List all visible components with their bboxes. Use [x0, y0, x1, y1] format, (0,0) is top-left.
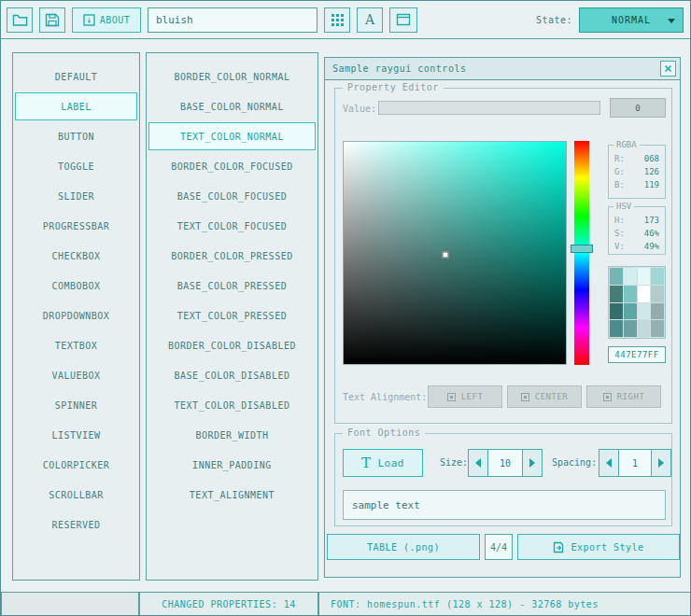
- list-item[interactable]: DEFAULT: [15, 63, 137, 91]
- list-item[interactable]: TEXT_COLOR_NORMAL: [148, 122, 316, 150]
- style-name-input[interactable]: [148, 7, 317, 33]
- arrow-left-icon: [606, 458, 612, 468]
- style-table-view-button[interactable]: [324, 7, 350, 33]
- list-item[interactable]: BORDER_COLOR_FOCUSED: [148, 152, 316, 180]
- list-item[interactable]: SPINNER: [15, 391, 137, 419]
- rgba-group-label: RGBA: [613, 140, 640, 149]
- palette-swatch[interactable]: [610, 286, 623, 302]
- list-item[interactable]: COLORPICKER: [15, 451, 137, 479]
- value-slider[interactable]: [378, 101, 600, 115]
- property-editor-group-label: Property Editor: [343, 82, 444, 92]
- sample-text-input[interactable]: sample text: [343, 490, 666, 520]
- list-item[interactable]: BORDER_COLOR_PRESSED: [148, 242, 316, 270]
- font-size-increase-button[interactable]: [522, 449, 543, 477]
- list-item[interactable]: SLIDER: [15, 182, 137, 210]
- palette-swatch[interactable]: [651, 286, 664, 302]
- list-item[interactable]: LISTVIEW: [15, 421, 137, 449]
- list-item[interactable]: CHECKBOX: [15, 242, 137, 270]
- page-indicator[interactable]: 4/4: [485, 534, 513, 560]
- close-button[interactable]: [660, 61, 676, 77]
- export-style-button[interactable]: Export Style: [517, 534, 680, 560]
- palette-swatch[interactable]: [610, 303, 623, 320]
- font-size-decrease-button[interactable]: [468, 449, 488, 477]
- grid-icon: [331, 13, 345, 27]
- font-options-group-label: Font Options: [343, 427, 425, 438]
- font-size-value[interactable]: 10: [488, 449, 522, 477]
- hex-value-box[interactable]: 447E77FF: [608, 346, 666, 363]
- properties-list: BORDER_COLOR_NORMALBASE_COLOR_NORMALTEXT…: [146, 52, 318, 581]
- color-palette: [608, 266, 666, 339]
- align-left-label: LEFT: [461, 392, 484, 401]
- list-item[interactable]: VALUEBOX: [15, 361, 137, 389]
- list-item[interactable]: TEXT_ALIGNMENT: [148, 481, 316, 509]
- info-icon: [83, 14, 95, 26]
- save-file-button[interactable]: [39, 7, 65, 33]
- list-item[interactable]: DROPDOWNBOX: [15, 301, 137, 329]
- list-item[interactable]: TEXT_COLOR_PRESSED: [148, 301, 316, 329]
- value-box[interactable]: 0: [610, 98, 666, 118]
- hue-slider-handle[interactable]: [571, 245, 593, 253]
- palette-swatch[interactable]: [610, 320, 623, 337]
- list-item[interactable]: TEXT_COLOR_DISABLED: [148, 391, 316, 419]
- hsv-group: HSV H:173 S:46% V:49%: [608, 206, 666, 255]
- list-item[interactable]: RESERVED: [15, 511, 137, 539]
- list-item[interactable]: COMBOBOX: [15, 272, 137, 300]
- letter-a-icon: A: [365, 12, 374, 27]
- align-left-button[interactable]: LEFT: [428, 385, 502, 408]
- list-item[interactable]: BORDER_COLOR_DISABLED: [148, 331, 316, 359]
- font-spacing-value[interactable]: 1: [619, 449, 651, 477]
- text-alignment-label: Text Alignment:: [343, 392, 427, 402]
- color-picker-cursor[interactable]: [443, 252, 449, 259]
- list-item[interactable]: INNER_PADDING: [148, 451, 316, 479]
- palette-swatch[interactable]: [651, 268, 664, 285]
- sample-window-title: Sample raygui controls: [332, 63, 466, 74]
- align-center-button[interactable]: CENTER: [507, 385, 582, 408]
- statusbar-font-info: FONT: homespun.ttf (128 x 128) - 32768 b…: [318, 592, 691, 616]
- hue-bar[interactable]: [574, 141, 589, 365]
- font-spacing-increase-button[interactable]: [651, 449, 671, 477]
- font-atlas-button[interactable]: A: [357, 7, 383, 33]
- list-item[interactable]: BUTTON: [15, 122, 137, 150]
- list-item[interactable]: LABEL: [15, 92, 137, 120]
- list-item[interactable]: BASE_COLOR_DISABLED: [148, 361, 316, 389]
- sample-window-toggle-button[interactable]: [389, 7, 417, 33]
- list-item[interactable]: TOGGLE: [15, 152, 137, 180]
- palette-swatch[interactable]: [624, 303, 637, 320]
- list-item[interactable]: BORDER_WIDTH: [148, 421, 316, 449]
- table-export-button[interactable]: TABLE (.png): [327, 534, 480, 560]
- palette-swatch[interactable]: [624, 268, 637, 285]
- list-item[interactable]: TEXTBOX: [15, 331, 137, 359]
- list-item[interactable]: PROGRESSBAR: [15, 212, 137, 240]
- palette-swatch[interactable]: [638, 268, 651, 285]
- color-picker-panel[interactable]: [343, 141, 567, 365]
- palette-swatch[interactable]: [638, 320, 651, 337]
- close-icon: [664, 64, 672, 73]
- arrow-left-icon: [475, 458, 481, 468]
- align-right-button[interactable]: RIGHT: [586, 385, 661, 408]
- palette-swatch[interactable]: [651, 320, 664, 337]
- about-button[interactable]: ABOUT: [72, 7, 141, 33]
- list-item[interactable]: BASE_COLOR_NORMAL: [148, 92, 316, 120]
- palette-swatch[interactable]: [638, 286, 651, 302]
- state-label: State:: [536, 15, 572, 25]
- font-load-button[interactable]: T Load: [343, 449, 423, 477]
- palette-swatch[interactable]: [624, 320, 637, 337]
- rgba-g-row: G:126: [614, 167, 659, 176]
- list-item[interactable]: BASE_COLOR_PRESSED: [148, 272, 316, 300]
- open-file-button[interactable]: [7, 7, 33, 33]
- sample-window-titlebar: Sample raygui controls: [325, 58, 680, 80]
- list-item[interactable]: SCROLLBAR: [15, 481, 137, 509]
- property-editor-group: Property Editor Value: 0 RGBA R:068 G:12…: [334, 88, 672, 424]
- rgba-b-row: B:119: [614, 180, 659, 189]
- state-dropdown[interactable]: NORMAL: [579, 7, 684, 33]
- list-item[interactable]: BORDER_COLOR_NORMAL: [148, 63, 316, 91]
- palette-swatch[interactable]: [624, 286, 637, 302]
- statusbar-left: [1, 592, 139, 616]
- list-item[interactable]: BASE_COLOR_FOCUSED: [148, 182, 316, 210]
- toolbar: ABOUT A State: NORMAL: [1, 1, 690, 39]
- palette-swatch[interactable]: [638, 303, 651, 320]
- list-item[interactable]: TEXT_COLOR_FOCUSED: [148, 212, 316, 240]
- palette-swatch[interactable]: [651, 303, 664, 320]
- palette-swatch[interactable]: [610, 268, 623, 285]
- font-spacing-decrease-button[interactable]: [599, 449, 619, 477]
